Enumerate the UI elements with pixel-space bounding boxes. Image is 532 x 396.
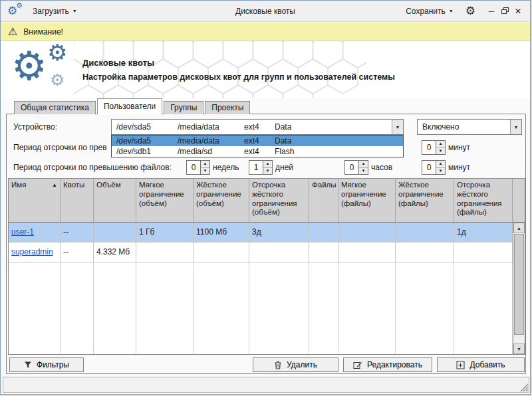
table-row-user-1[interactable]: user-1 -- 1 Гб 1100 Мб 3д 1д [9, 223, 513, 243]
cell-grace-volume: 3д [249, 223, 309, 242]
spinner-up-icon[interactable]: ▲ [436, 141, 445, 148]
tab-bar: Общая статистика Пользователи Группы Про… [14, 98, 250, 114]
cell-grace-files [454, 243, 513, 262]
spinner-value[interactable]: 1 [249, 160, 263, 175]
user-link[interactable]: superadmin [11, 247, 53, 256]
header-filler [513, 179, 525, 222]
grace-files-hours-spinner[interactable]: 0 ▲ ▼ [344, 160, 368, 175]
grace-volume-minutes-spinner[interactable]: 0 ▲ ▼ [422, 140, 446, 155]
spinner-down-icon[interactable]: ▼ [359, 168, 368, 175]
device-name: Data [275, 122, 392, 132]
titlebar: ⚙ ⚙ Загрузить ▼ Дисковые квоты Сохранить… [1, 1, 530, 22]
spinner-value[interactable]: 0 [186, 160, 201, 175]
quota-table: Имя ▲ Квоты Объём Мягкое ограничение (об… [8, 178, 525, 355]
grace-files-weeks-spinner[interactable]: 0 ▲ ▼ [186, 160, 210, 175]
page-header: ⚙ ⚙ ⚙ Дисковые квоты Настройка параметро… [1, 41, 530, 98]
grace-volume-label: Период отсрочки по прев [13, 143, 107, 152]
device-label: Устройство: [13, 122, 57, 132]
hexagon-pattern [74, 41, 366, 98]
scrollbar-thumb[interactable] [514, 234, 524, 335]
cell-soft-volume [136, 243, 194, 262]
spinner-down-icon[interactable]: ▼ [263, 168, 272, 175]
save-menu-button[interactable]: Сохранить ▼ [402, 4, 458, 19]
scroll-up-icon[interactable]: ▲ [513, 223, 525, 233]
cell-volume [94, 223, 136, 242]
device-mount: /media/data [178, 122, 244, 132]
user-link[interactable]: user-1 [11, 227, 34, 237]
spinner-down-icon[interactable]: ▼ [436, 148, 445, 155]
load-menu-label: Загрузить [33, 7, 69, 16]
spinner-up-icon[interactable]: ▲ [359, 161, 368, 168]
app-window: ⚙ ⚙ Загрузить ▼ Дисковые квоты Сохранить… [0, 0, 531, 395]
column-header-hard-files[interactable]: Жёсткое ограничение (файлы) [396, 179, 454, 222]
device-combobox[interactable]: /dev/sda5 /media/data ext4 Data ▼ [111, 119, 404, 135]
cell-files [309, 223, 338, 242]
cell-quotas: -- [61, 243, 94, 262]
load-menu-button[interactable]: Загрузить ▼ [29, 4, 81, 19]
settings-gear-icon[interactable]: ⚙ [466, 5, 475, 17]
cell-hard-volume [194, 243, 249, 262]
scroll-down-icon[interactable]: ▼ [513, 344, 525, 354]
restore-icon [501, 7, 509, 15]
edit-button[interactable]: Редактировать [343, 357, 432, 372]
tab-projects[interactable]: Проекты [205, 101, 250, 114]
column-header-hard-volume[interactable]: Жёсткое ограничение (объём) [194, 179, 249, 222]
edit-icon [353, 361, 362, 369]
column-header-grace-volume[interactable]: Отсрочка жёсткого ограничения (объём) [249, 179, 309, 222]
chevron-down-icon: ▼ [449, 9, 454, 13]
combo-arrow-icon[interactable]: ▼ [510, 120, 521, 134]
gear-icon: ⚙ [50, 72, 65, 88]
spinner-value[interactable]: 0 [422, 140, 436, 155]
column-header-volume[interactable]: Объём [94, 179, 136, 222]
cell-grace-volume [249, 243, 309, 262]
add-icon [456, 361, 465, 369]
spinner-up-icon[interactable]: ▲ [201, 161, 209, 168]
dropdown-option-sdb1[interactable]: /dev/sdb1 /media/sd ext4 Flash [112, 146, 403, 157]
scrollbar-track[interactable] [513, 233, 525, 344]
combo-arrow-icon[interactable]: ▼ [392, 120, 403, 134]
filters-button[interactable]: Фильтры [9, 357, 84, 372]
gear-icon: ⚙ [47, 41, 67, 64]
column-header-soft-volume[interactable]: Мягкое ограничение (объём) [136, 179, 194, 222]
warning-icon: ⚠ [8, 27, 17, 37]
cell-soft-volume: 1 Гб [136, 223, 194, 242]
cell-quotas: -- [61, 223, 94, 242]
spinner-down-icon[interactable]: ▼ [436, 168, 445, 175]
device-fs: ext4 [244, 122, 275, 132]
spinner-value[interactable]: 0 [422, 160, 436, 175]
grace-files-minutes-spinner[interactable]: 0 ▲ ▼ [422, 160, 446, 175]
resize-grip[interactable] [519, 383, 529, 392]
delete-button[interactable]: Удалить [253, 357, 338, 372]
status-combobox[interactable]: Включено ▼ [417, 119, 522, 135]
column-header-soft-files[interactable]: Мягкое ограничение (файлы) [338, 179, 396, 222]
column-header-name[interactable]: Имя ▲ [9, 179, 61, 222]
table-row-superadmin[interactable]: superadmin -- 4.332 Мб [9, 243, 513, 262]
column-header-quotas[interactable]: Квоты [61, 179, 94, 222]
app-logo-gears-icon: ⚙ ⚙ ⚙ [11, 45, 80, 96]
tab-general-statistics[interactable]: Общая статистика [14, 101, 96, 114]
cell-volume: 4.332 Мб [94, 243, 136, 262]
add-button[interactable]: Добавить [437, 357, 525, 372]
minimize-button[interactable]: ─ [485, 5, 498, 18]
dropdown-option-sda5[interactable]: /dev/sda5 /media/data ext4 Data [112, 136, 403, 146]
column-header-grace-files[interactable]: Отсрочка жёсткого ограничения (файлы) [454, 179, 513, 222]
cell-soft-files [338, 243, 396, 262]
spinner-up-icon[interactable]: ▲ [436, 161, 445, 168]
tab-users[interactable]: Пользователи [97, 98, 162, 114]
grace-files-label: Период отсрочки по превышению файлов: [13, 163, 172, 172]
maximize-button[interactable] [498, 5, 511, 18]
cell-hard-files [396, 223, 454, 242]
warning-banner: ⚠ Внимание! [1, 23, 530, 41]
vertical-scrollbar[interactable]: ▲ ▼ [513, 223, 525, 354]
filter-icon [24, 361, 32, 369]
close-button[interactable]: ✕ [511, 5, 525, 18]
column-header-files[interactable]: Файлы [309, 179, 338, 222]
page-title: Дисковые квоты [82, 58, 154, 68]
spinner-value[interactable]: 0 [344, 160, 359, 175]
grace-files-days-spinner[interactable]: 1 ▲ ▼ [249, 160, 273, 175]
spinner-down-icon[interactable]: ▼ [201, 168, 209, 175]
empty-table-area [9, 262, 513, 354]
spinner-up-icon[interactable]: ▲ [263, 161, 272, 168]
status-value: Включено [418, 122, 510, 132]
tab-groups[interactable]: Группы [164, 101, 203, 114]
